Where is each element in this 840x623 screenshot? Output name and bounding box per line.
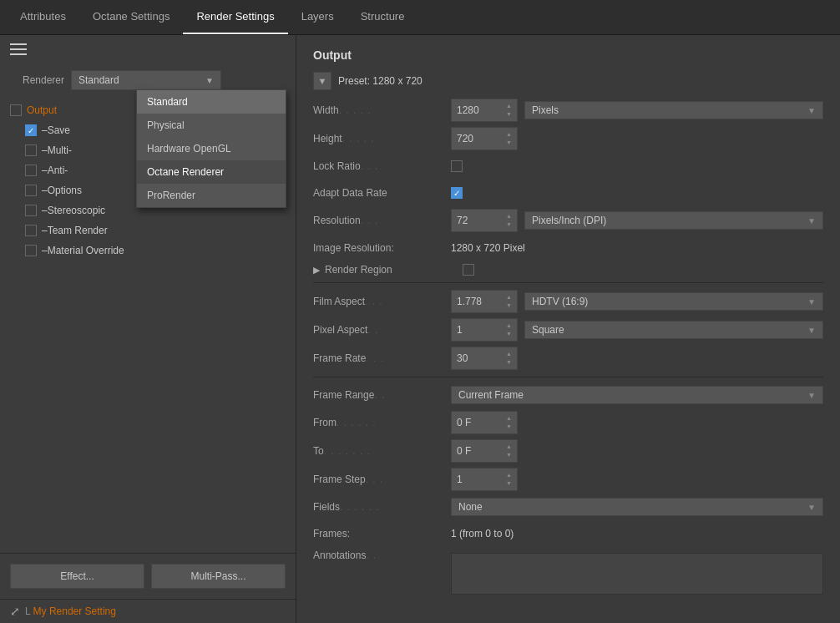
width-down-icon[interactable]: ▼ [506, 110, 512, 119]
section-title: Output [313, 48, 823, 62]
frame-rate-up-icon[interactable]: ▲ [506, 350, 512, 358]
tree-label-material-override: –Material Override [42, 245, 124, 256]
resolution-unit-select[interactable]: Pixels/Inch (DPI) ▼ [524, 211, 823, 230]
pixel-aspect-spinner[interactable]: ▲ ▼ [506, 322, 512, 338]
from-input[interactable]: 0 F ▲ ▼ [451, 411, 518, 434]
film-aspect-input[interactable]: 1.778 ▲ ▼ [451, 290, 518, 313]
to-input[interactable]: 0 F ▲ ▼ [451, 439, 518, 463]
dropdown-item-octane-renderer[interactable]: Octane Renderer [137, 160, 286, 184]
height-value: 720 [457, 133, 504, 144]
field-height: Height. . . . . 720 ▲ ▼ [313, 127, 823, 150]
preset-arrow[interactable]: ▼ [313, 72, 331, 90]
dropdown-item-physical[interactable]: Physical [137, 114, 286, 137]
bottom-buttons: Effect... Multi-Pass... [0, 553, 296, 599]
tab-attributes[interactable]: Attributes [7, 0, 79, 34]
from-spinner[interactable]: ▲ ▼ [506, 414, 512, 431]
effect-button[interactable]: Effect... [10, 564, 144, 589]
frame-step-down-icon[interactable]: ▼ [506, 479, 512, 488]
field-pixel-aspect: Pixel Aspect. . 1 ▲ ▼ Square ▼ [313, 318, 823, 342]
bottom-status: ⤢ L My Render Setting [0, 599, 296, 623]
field-adapt-data-rate-label: Adapt Data Rate [313, 187, 451, 199]
fields-arrow-icon: ▼ [807, 503, 816, 512]
field-from-label: From. . . . . . [313, 417, 451, 428]
tab-layers[interactable]: Layers [288, 0, 347, 34]
tree-check-save[interactable]: ✓ [25, 124, 37, 136]
tab-structure[interactable]: Structure [347, 0, 418, 34]
tree-check-multi[interactable] [25, 144, 37, 156]
field-frame-step-label: Frame Step. . . [313, 474, 451, 485]
frame-step-input[interactable]: 1 ▲ ▼ [451, 468, 518, 491]
dropdown-item-prorender[interactable]: ProRender [137, 184, 286, 207]
render-region-expand-icon[interactable]: ▶ [313, 265, 320, 276]
tree-item-team-render[interactable]: –Team Render [0, 220, 296, 241]
film-aspect-spinner[interactable]: ▲ ▼ [506, 293, 512, 310]
annotations-textarea[interactable] [451, 553, 823, 595]
from-down-icon[interactable]: ▼ [506, 423, 512, 431]
frame-range-select[interactable]: Current Frame ▼ [451, 386, 823, 404]
lock-ratio-checkbox[interactable] [451, 160, 463, 172]
frame-rate-value: 30 [457, 352, 504, 364]
film-aspect-select[interactable]: HDTV (16:9) ▼ [524, 292, 823, 311]
width-unit-select[interactable]: Pixels ▼ [524, 101, 823, 119]
tree-check-output[interactable] [10, 104, 22, 116]
tree-check-team-render[interactable] [25, 225, 37, 236]
width-input[interactable]: 1280 ▲ ▼ [451, 99, 518, 122]
from-up-icon[interactable]: ▲ [506, 414, 512, 423]
tree-check-options[interactable] [25, 185, 37, 196]
dropdown-item-standard[interactable]: Standard [137, 90, 286, 114]
dropdown-item-hardware-opengl[interactable]: Hardware OpenGL [137, 137, 286, 160]
resolution-input[interactable]: 72 ▲ ▼ [451, 209, 518, 232]
tree-label-team-render: –Team Render [42, 225, 108, 236]
pixel-aspect-up-icon[interactable]: ▲ [506, 322, 512, 330]
field-fields: Fields. . . . . . None ▼ [313, 496, 823, 518]
preset-row: ▼ Preset: 1280 x 720 [313, 72, 823, 90]
frame-step-spinner[interactable]: ▲ ▼ [506, 471, 512, 488]
render-region-checkbox[interactable] [463, 264, 474, 276]
tree-check-material-override[interactable] [25, 245, 37, 256]
height-input[interactable]: 720 ▲ ▼ [451, 127, 518, 150]
frame-rate-spinner[interactable]: ▲ ▼ [506, 350, 512, 367]
pixel-aspect-input[interactable]: 1 ▲ ▼ [451, 318, 518, 342]
film-aspect-up-icon[interactable]: ▲ [506, 293, 512, 301]
to-spinner[interactable]: ▲ ▼ [506, 443, 512, 459]
film-aspect-down-icon[interactable]: ▼ [506, 301, 512, 310]
renderer-dropdown-menu: Standard Physical Hardware OpenGL Octane… [136, 89, 286, 208]
to-down-icon[interactable]: ▼ [506, 451, 512, 459]
hamburger-menu[interactable] [10, 43, 27, 55]
to-up-icon[interactable]: ▲ [506, 443, 512, 451]
tab-octane-settings[interactable]: Octane Settings [79, 0, 184, 34]
frame-step-up-icon[interactable]: ▲ [506, 471, 512, 479]
height-spinner[interactable]: ▲ ▼ [506, 130, 512, 147]
tree-check-anti[interactable] [25, 165, 37, 176]
resolution-unit-arrow-icon: ▼ [807, 216, 816, 225]
field-frame-rate: Frame Rate. . . 30 ▲ ▼ [313, 347, 823, 370]
width-unit-value: Pixels [532, 104, 559, 116]
frame-rate-input[interactable]: 30 ▲ ▼ [451, 347, 518, 370]
tab-render-settings[interactable]: Render Settings [183, 0, 287, 34]
left-panel: Renderer Standard ▼ Standard Physical Ha… [0, 35, 296, 623]
pixel-aspect-select-value: Square [532, 324, 564, 336]
resolution-up-icon[interactable]: ▲ [506, 212, 512, 220]
film-aspect-select-value: HDTV (16:9) [532, 296, 588, 307]
renderer-dropdown[interactable]: Standard ▼ Standard Physical Hardware Op… [71, 70, 221, 90]
frame-rate-down-icon[interactable]: ▼ [506, 358, 512, 367]
field-from: From. . . . . . 0 F ▲ ▼ [313, 411, 823, 434]
fields-select[interactable]: None ▼ [451, 498, 823, 516]
pixel-aspect-down-icon[interactable]: ▼ [506, 330, 512, 338]
width-up-icon[interactable]: ▲ [506, 102, 512, 110]
field-resolution: Resolution. . . 72 ▲ ▼ Pixels/Inch (DPI)… [313, 209, 823, 232]
height-down-icon[interactable]: ▼ [506, 139, 512, 147]
tree-item-material-override[interactable]: –Material Override [0, 241, 296, 261]
field-to: To. . . . . . . 0 F ▲ ▼ [313, 439, 823, 463]
height-up-icon[interactable]: ▲ [506, 130, 512, 139]
to-value: 0 F [457, 445, 504, 457]
multipass-button[interactable]: Multi-Pass... [151, 564, 286, 589]
expand-icon[interactable]: ⤢ [10, 605, 20, 618]
resolution-down-icon[interactable]: ▼ [506, 220, 512, 229]
right-panel: Output ▼ Preset: 1280 x 720 Width. . . .… [296, 35, 840, 623]
width-spinner[interactable]: ▲ ▼ [506, 102, 512, 119]
adapt-data-rate-checkbox[interactable]: ✓ [451, 187, 463, 199]
pixel-aspect-select[interactable]: Square ▼ [524, 321, 823, 339]
resolution-spinner[interactable]: ▲ ▼ [506, 212, 512, 229]
tree-check-stereoscopic[interactable] [25, 205, 37, 216]
